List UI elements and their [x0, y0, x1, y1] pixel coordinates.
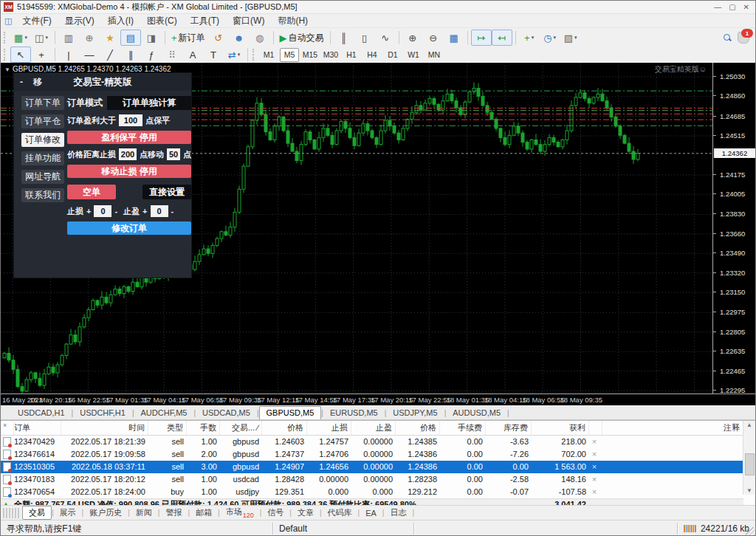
order-row[interactable]: 1234704292022.05.17 18:21:39sell1.00gbpu… — [1, 436, 743, 448]
dropdown-caret-icon[interactable]: ▾ — [238, 52, 241, 58]
panel-nav-订单修改[interactable]: 订单修改 — [21, 133, 64, 147]
zoom-in-button[interactable]: ⊕ — [402, 30, 423, 46]
data-window-button[interactable]: ◨ — [141, 30, 162, 46]
timeframe-W1[interactable]: W1 — [404, 48, 423, 62]
column-header-4[interactable]: 手数 — [187, 421, 220, 435]
terminal-tab-代码库[interactable]: 代码库 — [322, 506, 358, 519]
periods-button[interactable]: ◷▾ — [540, 30, 560, 46]
column-header-1[interactable]: 订单 — [14, 421, 61, 435]
order-row[interactable]: 1234706542022.05.17 18:24:00buy1.00usdjp… — [1, 486, 743, 498]
close-order-icon[interactable]: × — [589, 461, 602, 473]
text-label-button[interactable]: T — [203, 47, 224, 63]
column-header-9[interactable]: 价格 — [396, 421, 440, 435]
globe-button[interactable]: ◍ — [250, 30, 270, 46]
menu-文件F[interactable]: 文件(F) — [16, 14, 58, 28]
horizontal-line-button[interactable]: — — [79, 47, 100, 63]
order-mode-value[interactable]: 订单单独计算 — [107, 96, 191, 110]
close-button[interactable]: ✕ — [743, 2, 749, 13]
zoom-out-button[interactable]: ⊖ — [423, 30, 444, 46]
new-order-button[interactable]: +新订单 — [168, 30, 208, 46]
close-order-icon[interactable]: × — [589, 436, 602, 448]
panel-title-bar[interactable]: - 移 交易宝-精英版 — [14, 73, 191, 91]
navigator-target-button[interactable]: ⊕ — [79, 30, 100, 46]
order-row[interactable]: 1234766142022.05.17 19:09:58sell2.00gbpu… — [1, 448, 743, 461]
autotrade-button[interactable]: ▶自动交易 — [277, 30, 327, 46]
panel-nav-网址导航[interactable]: 网址导航 — [21, 170, 64, 184]
minimize-button[interactable]: — — [714, 2, 721, 13]
profile-selector[interactable]: Default — [273, 520, 413, 536]
terminal-tab-新闻[interactable]: 新闻 — [130, 506, 158, 519]
terminal-tab-EA[interactable]: EA — [360, 508, 382, 518]
market-watch-button[interactable]: ▤ — [120, 30, 141, 46]
close-order-icon[interactable]: × — [589, 473, 602, 486]
fibonacci-button[interactable]: ƒ — [141, 47, 162, 63]
timeframe-D1[interactable]: D1 — [383, 48, 402, 62]
toolbar-drag-handle[interactable] — [252, 49, 256, 61]
notifications-icon[interactable]: 1 — [738, 32, 749, 44]
chart-tab-USDCAD-H1[interactable]: USDCAD,H1 — [11, 407, 72, 419]
maximize-button[interactable]: ▢ — [729, 2, 735, 13]
chart-tab-USDCAD-M5[interactable]: USDCAD,M5 — [196, 407, 257, 419]
profit-gt-input[interactable]: 100 — [119, 114, 142, 126]
sl-input[interactable]: 0 — [94, 205, 111, 217]
chart-tab-USDJPY-M5[interactable]: USDJPY,M5 — [386, 407, 444, 419]
dropdown-caret-icon[interactable]: ▾ — [532, 35, 535, 41]
timeframe-M15[interactable]: M15 — [300, 48, 320, 62]
close-order-icon[interactable]: × — [589, 486, 602, 498]
trailing-stop-toggle-button[interactable]: 移动止损 停用 — [67, 165, 191, 178]
indicators-button[interactable]: +▾ — [519, 30, 540, 46]
order-row[interactable]: 1235103052022.05.18 03:37:11sell3.00gbpu… — [1, 461, 743, 473]
terminal-tab-市场[interactable]: 市场120 — [220, 506, 260, 519]
sl-minus[interactable]: - — [114, 207, 117, 216]
column-header-11[interactable]: 库存费 — [486, 421, 532, 435]
order-row[interactable]: 1234701832022.05.17 18:20:12sell1.00usdc… — [1, 473, 743, 486]
chart-tab-AUDUSD-M5[interactable]: AUDUSD,M5 — [446, 407, 507, 419]
column-header-3[interactable]: 类型 — [148, 421, 187, 435]
templates-button[interactable]: ▧▾ — [560, 30, 581, 46]
terminal-tab-交易[interactable]: 交易 — [22, 506, 52, 520]
new-chart-button[interactable]: ▦▾ — [10, 30, 31, 46]
tp-input[interactable]: 0 — [151, 205, 168, 217]
panel-nav-挂单功能[interactable]: 挂单功能 — [21, 151, 64, 165]
column-header-7[interactable]: 止损 — [307, 421, 351, 435]
toolbar-drag-handle[interactable] — [4, 49, 7, 61]
terminal-scrollbar[interactable]: ▲ ▼ — [743, 421, 755, 495]
scrollbar-thumb[interactable] — [745, 453, 755, 475]
dropdown-caret-icon[interactable]: ▾ — [554, 35, 557, 41]
trail-step-input[interactable]: 50 — [167, 148, 180, 160]
scroll-down-icon[interactable]: ▼ — [743, 487, 755, 494]
line-chart-mode-button[interactable]: ∿ — [375, 30, 396, 46]
trail-distance-input[interactable]: 200 — [119, 148, 137, 160]
chart-window-button[interactable]: ▥ — [58, 30, 79, 46]
dropdown-caret-icon[interactable]: ▾ — [45, 35, 48, 41]
vertical-line-button[interactable]: | — [58, 47, 79, 63]
text-button[interactable]: A — [182, 47, 203, 63]
column-header-5[interactable]: 交易... ∕ — [220, 421, 262, 435]
menu-窗口W[interactable]: 窗口(W) — [226, 14, 271, 28]
timeframe-H1[interactable]: H1 — [342, 48, 361, 62]
breakeven-toggle-button[interactable]: 盈利保平 停用 — [67, 131, 191, 144]
objects-grid-button[interactable]: ⠿ — [162, 47, 182, 63]
chart-tab-EURUSD-M5[interactable]: EURUSD,M5 — [323, 407, 385, 419]
connection-status[interactable]: 24221/16 kb — [678, 520, 755, 536]
resize-grip[interactable] — [746, 527, 755, 536]
scroll-up-icon[interactable]: ▲ — [743, 422, 755, 428]
menu-插入I[interactable]: 插入(I) — [101, 14, 140, 28]
terminal-tab-展示[interactable]: 展示 — [54, 506, 82, 519]
menu-帮助H[interactable]: 帮助(H) — [271, 14, 315, 28]
terminal-tab-警报[interactable]: 警报 — [159, 506, 188, 519]
chart-tab-AUDCHF-M5[interactable]: AUDCHF,M5 — [134, 407, 194, 419]
panel-nav-订单下单[interactable]: 订单下单 — [21, 96, 64, 110]
cursor-button[interactable]: ↖ — [10, 47, 31, 63]
terminal-tab-信号[interactable]: 信号 — [261, 506, 289, 519]
panel-nav-联系我们[interactable]: 联系我们 — [21, 188, 64, 202]
toolbar-drag-handle[interactable] — [4, 32, 7, 44]
search-icon[interactable] — [724, 34, 732, 42]
terminal-tab-账户历史[interactable]: 账户历史 — [83, 506, 128, 519]
chart-child-icon[interactable]: ◫ — [4, 16, 12, 26]
chart-tab-GBPUSD-M5[interactable]: GBPUSD,M5 — [259, 406, 322, 419]
chart-area[interactable]: ▼GBPUSD,M5 1.24265 1.24370 1.24263 1.243… — [1, 63, 755, 405]
terminal-close-icon[interactable]: × — [3, 422, 7, 429]
timeframe-M1[interactable]: M1 — [259, 48, 278, 62]
timeframe-M30[interactable]: M30 — [321, 48, 340, 62]
